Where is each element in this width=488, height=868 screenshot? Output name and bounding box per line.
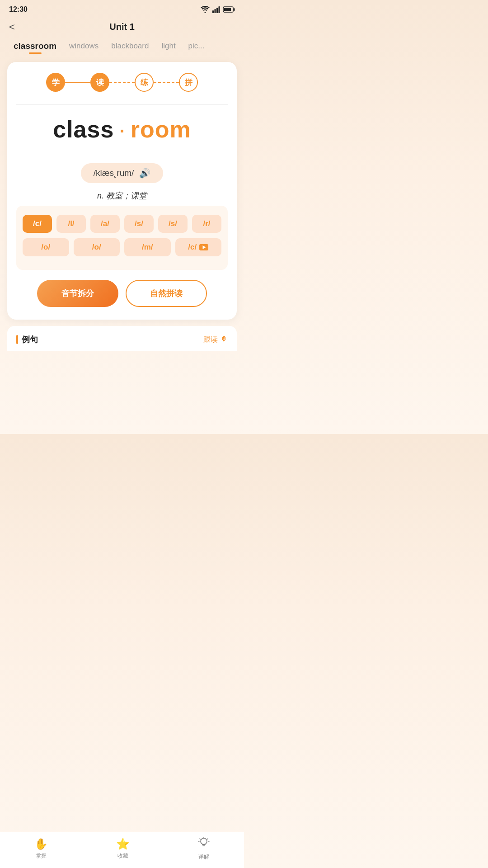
step-pin[interactable]: 拼: [179, 73, 198, 92]
tab-blackboard[interactable]: blackboard: [105, 39, 155, 55]
word-display-area: class · room: [16, 104, 228, 154]
header: < Unit 1: [0, 17, 244, 38]
phonics-tile-a[interactable]: /a/: [90, 215, 120, 233]
phonics-tile-c1[interactable]: /c/: [23, 215, 52, 233]
meaning-chinese: 教室；课堂: [106, 191, 147, 200]
word-dot: ·: [114, 121, 130, 141]
phonics-tile-s2[interactable]: /s/: [158, 215, 188, 233]
status-bar: 12:30: [0, 0, 244, 17]
word-tabs: classroom windows blackboard light pic..…: [0, 38, 244, 56]
phonics-row-1: /c/ /l/ /a/ /s/ /s/ /r/: [23, 215, 221, 233]
follow-read-button[interactable]: 跟读 🎙: [203, 335, 228, 344]
word-part2: room: [131, 116, 191, 142]
action-buttons: 音节拆分 自然拼读: [16, 280, 228, 307]
tab-light[interactable]: light: [155, 39, 182, 55]
phonics-tile-o2[interactable]: /o/: [74, 238, 120, 256]
page-title: Unit 1: [109, 22, 135, 32]
step-line-2: [109, 82, 135, 83]
svg-rect-1: [215, 9, 216, 13]
example-section: 例句 跟读 🎙: [7, 326, 237, 351]
step-xue[interactable]: 学: [46, 73, 65, 92]
svg-rect-2: [216, 8, 218, 13]
phonics-tile-o1[interactable]: /o/: [23, 238, 69, 256]
svg-rect-5: [234, 8, 235, 11]
back-button[interactable]: <: [9, 21, 15, 33]
syllable-split-button[interactable]: 音节拆分: [37, 280, 118, 307]
part-of-speech: n.: [97, 191, 104, 200]
progress-steps: 学 读 练 拼: [16, 73, 228, 92]
step-line-1: [65, 82, 90, 83]
step-line-3: [154, 82, 179, 83]
svg-rect-6: [224, 8, 231, 11]
svg-rect-0: [212, 10, 214, 13]
microphone-icon: 🎙: [221, 335, 228, 344]
phonics-tile-l[interactable]: /l/: [56, 215, 86, 233]
main-card: 学 读 练 拼 class · room /klæs˛rum/ 🔊 n. 教室；…: [7, 62, 237, 320]
status-time: 12:30: [9, 5, 28, 14]
svg-rect-3: [219, 6, 220, 13]
wifi-icon: [201, 6, 210, 13]
signal-icon: [212, 6, 221, 13]
word-full: class · room: [53, 116, 191, 142]
step-du[interactable]: 读: [90, 73, 109, 92]
tab-pic[interactable]: pic...: [182, 39, 211, 55]
word-meaning: n. 教室；课堂: [16, 190, 228, 201]
phonics-read-button[interactable]: 自然拼读: [126, 280, 207, 307]
video-play-icon: [199, 244, 208, 250]
phonetic-badge[interactable]: /klæs˛rum/ 🔊: [81, 163, 164, 183]
speaker-icon[interactable]: 🔊: [139, 168, 150, 179]
word-part1: class: [53, 116, 114, 142]
status-icons: [201, 6, 235, 13]
step-lian[interactable]: 练: [135, 73, 154, 92]
phonics-tile-r[interactable]: /r/: [192, 215, 221, 233]
tab-classroom[interactable]: classroom: [7, 38, 63, 56]
phonetic-text: /klæs˛rum/: [94, 168, 134, 178]
tab-windows[interactable]: windows: [63, 39, 105, 55]
phonics-tile-c2-video[interactable]: /c/: [175, 238, 222, 256]
phonics-tile-s1[interactable]: /s/: [124, 215, 154, 233]
section-bar: [16, 335, 18, 344]
section-header: 例句 跟读 🎙: [16, 334, 228, 345]
battery-icon: [223, 6, 235, 13]
phonetic-wrap: /klæs˛rum/ 🔊: [16, 163, 228, 183]
phonics-tile-m[interactable]: /m/: [124, 238, 171, 256]
section-title-wrap: 例句: [16, 334, 38, 345]
phonics-area: /c/ /l/ /a/ /s/ /s/ /r/ /o/ /o/ /m/ /c/: [16, 206, 228, 270]
phonics-row-2: /o/ /o/ /m/ /c/: [23, 238, 221, 256]
section-title: 例句: [22, 334, 38, 345]
